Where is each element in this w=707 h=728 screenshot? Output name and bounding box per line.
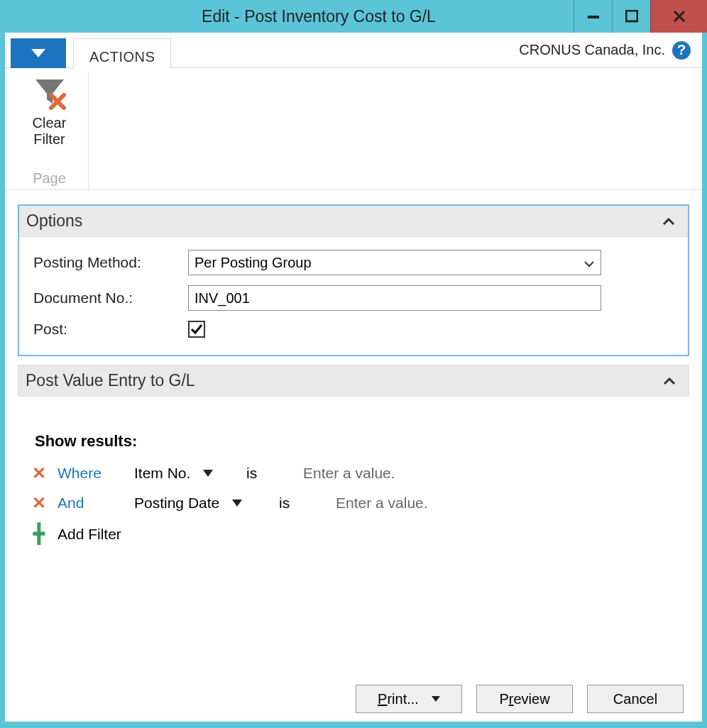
document-no-label: Document No.: [33,289,188,307]
posting-method-label: Posting Method: [33,254,188,271]
svg-marker-4 [31,49,45,57]
ribbon-group-label: Page [33,170,66,188]
post-checkbox[interactable] [188,321,205,338]
preview-button[interactable]: Preview [476,685,573,713]
filter-is: is [279,495,305,512]
filter-row: ✕ Where Item No. is Enter a value. [23,463,684,483]
filter-field-dropdown[interactable]: Posting Date [134,495,269,512]
add-filter-button[interactable]: ╋ Add Filter [23,523,684,545]
ribbon-tab-strip: ACTIONS CRONUS Canada, Inc. ? [5,33,702,68]
app-menu-button[interactable] [11,38,66,68]
chevron-down-icon [583,255,595,271]
caret-down-icon [232,500,242,507]
section-post-value-header[interactable]: Post Value Entry to G/L [18,365,689,397]
svg-marker-9 [232,500,242,507]
remove-filter-icon[interactable]: ✕ [31,493,48,513]
close-button[interactable] [650,0,707,33]
svg-marker-10 [432,696,440,702]
posting-method-select[interactable]: Per Posting Group [188,250,601,275]
caret-down-icon [203,470,213,477]
company-name: CRONUS Canada, Inc. [519,42,665,58]
maximize-button[interactable] [612,0,650,33]
filter-value-input[interactable]: Enter a value. [336,495,428,512]
remove-filter-icon[interactable]: ✕ [31,463,48,483]
window-title: Edit - Post Inventory Cost to G/L [0,0,574,33]
filter-keyword-and[interactable]: And [57,495,107,512]
svg-marker-8 [203,470,213,477]
filter-row: ✕ And Posting Date is Enter a value. [23,493,684,513]
dialog-footer: Print... Preview Cancel [18,678,689,715]
post-label: Post: [33,321,188,338]
chevron-up-icon [662,211,675,231]
ribbon-group-page: ClearFilter Page [11,71,89,189]
svg-rect-1 [626,11,637,21]
clear-filter-button[interactable] [30,74,70,114]
svg-rect-0 [588,16,599,18]
titlebar: Edit - Post Inventory Cost to G/L [0,0,707,33]
caret-down-icon [432,696,440,702]
funnel-x-icon [31,75,68,112]
section-options: Options Posting Method: Per Posting Grou… [18,204,689,356]
section-post-value-entry: Post Value Entry to G/L Show results: ✕ … [18,365,689,562]
print-button[interactable]: Print... [356,685,462,713]
chevron-up-icon [663,371,676,390]
filter-value-input[interactable]: Enter a value. [303,465,395,482]
show-results-label: Show results: [23,432,684,451]
filter-keyword-where[interactable]: Where [57,465,107,482]
filter-is: is [246,465,272,482]
tab-actions[interactable]: ACTIONS [73,38,171,69]
cancel-button[interactable]: Cancel [587,685,684,713]
section-options-header[interactable]: Options [19,206,688,237]
plus-icon: ╋ [31,523,48,545]
minimize-button[interactable] [574,0,612,33]
document-no-input[interactable] [188,285,601,311]
window-controls [574,0,707,33]
filter-field-dropdown[interactable]: Item No. [134,465,236,482]
ribbon-body: ClearFilter Page [5,68,702,190]
clear-filter-label: ClearFilter [33,115,67,148]
help-icon[interactable]: ? [672,41,691,60]
